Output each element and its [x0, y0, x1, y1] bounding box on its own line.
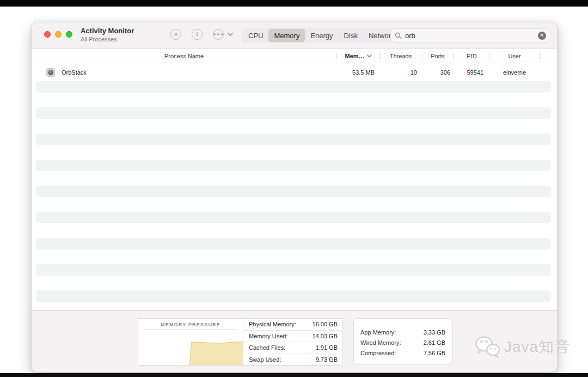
titlebar: Activity Monitor All Processes ✕ i ●●● C…	[32, 22, 557, 49]
empty-row-stripe	[36, 160, 551, 171]
process-name: OrbStack	[62, 69, 87, 76]
stat-swap-used: Swap Used: 9.73 GB	[243, 354, 342, 366]
empty-row-stripe	[36, 238, 551, 250]
memory-cell: 53.5 MB	[336, 69, 380, 76]
bottom-black-bar	[0, 373, 588, 377]
process-scope-label: All Processes	[81, 36, 134, 44]
column-header-memory[interactable]: Mem…	[336, 49, 380, 63]
orbstack-app-icon	[46, 68, 55, 77]
toolbar-actions: ✕ i ●●●	[170, 29, 233, 40]
tab-memory[interactable]: Memory	[268, 29, 305, 42]
column-header-spacer	[540, 49, 557, 63]
zoom-window-button[interactable]	[66, 31, 72, 38]
search-input[interactable]	[405, 32, 535, 40]
tab-energy[interactable]: Energy	[305, 29, 338, 42]
chevron-down-icon[interactable]	[228, 33, 233, 36]
pid-cell: 59541	[454, 69, 489, 76]
stat-memory-used: Memory Used: 14.03 GB	[243, 330, 342, 342]
clear-search-icon[interactable]: ✕	[538, 32, 546, 40]
watermark-text: Java知音	[504, 337, 570, 357]
stat-cached-files: Cached Files: 1.91 GB	[243, 342, 342, 354]
minimize-window-button[interactable]	[55, 31, 62, 38]
traffic-lights	[44, 31, 72, 38]
resource-tabs: CPU Memory Energy Disk Network	[242, 28, 401, 43]
empty-row-stripe	[36, 133, 551, 145]
quit-process-icon[interactable]: ✕	[170, 29, 181, 40]
inspect-process-icon[interactable]: i	[192, 29, 203, 40]
stat-wired-memory: Wired Memory: 2.61 GB	[354, 337, 452, 348]
activity-monitor-window: Activity Monitor All Processes ✕ i ●●● C…	[31, 22, 558, 372]
sort-descending-icon	[367, 54, 372, 58]
empty-row-stripe	[36, 186, 551, 197]
ports-cell: 306	[421, 69, 454, 76]
close-window-button[interactable]	[44, 31, 51, 38]
table-header: Process Name Mem… Threads Ports PID User	[32, 49, 557, 63]
search-field[interactable]: ✕	[390, 28, 550, 42]
stat-compressed: Compressed: 7.56 GB	[354, 348, 452, 358]
memory-pressure-panel: MEMORY PRESSURE Physical Memory: 16.00 G…	[138, 318, 342, 366]
column-header-user[interactable]: User	[489, 49, 540, 63]
tab-cpu[interactable]: CPU	[243, 29, 268, 42]
wechat-icon	[475, 336, 500, 358]
view-options-icon[interactable]: ●●●	[213, 29, 224, 40]
threads-cell: 10	[380, 69, 421, 76]
top-black-bar	[0, 0, 588, 7]
user-cell: einverne	[489, 69, 540, 76]
table-row[interactable]: OrbStack 53.5 MB 10 306 59541 einverne	[32, 63, 557, 81]
app-title: Activity Monitor	[81, 27, 134, 35]
memory-pressure-graph	[138, 318, 243, 365]
stat-physical-memory: Physical Memory: 16.00 GB	[243, 319, 342, 330]
empty-row-stripe	[36, 264, 551, 276]
memory-pressure-chart: MEMORY PRESSURE	[138, 319, 243, 365]
empty-row-stripe	[36, 212, 551, 223]
window-title-block: Activity Monitor All Processes	[81, 27, 134, 44]
column-header-threads[interactable]: Threads	[380, 49, 421, 63]
empty-row-stripe	[36, 81, 551, 93]
column-header-process-name[interactable]: Process Name	[32, 49, 336, 63]
search-icon	[395, 32, 402, 39]
watermark: Java知音	[475, 336, 570, 358]
tab-disk[interactable]: Disk	[339, 29, 363, 42]
column-header-ports[interactable]: Ports	[421, 49, 454, 63]
empty-row-stripe	[36, 290, 551, 302]
memory-breakdown-callout: App Memory: 3.33 GB Wired Memory: 2.61 G…	[353, 318, 452, 365]
process-name-cell: OrbStack	[32, 68, 336, 77]
process-table-body: OrbStack 53.5 MB 10 306 59541 einverne	[32, 63, 557, 310]
column-header-pid[interactable]: PID	[454, 49, 489, 63]
memory-summary-list: Physical Memory: 16.00 GB Memory Used: 1…	[243, 319, 342, 365]
empty-row-stripe	[36, 107, 551, 119]
stat-app-memory: App Memory: 3.33 GB	[354, 327, 452, 337]
